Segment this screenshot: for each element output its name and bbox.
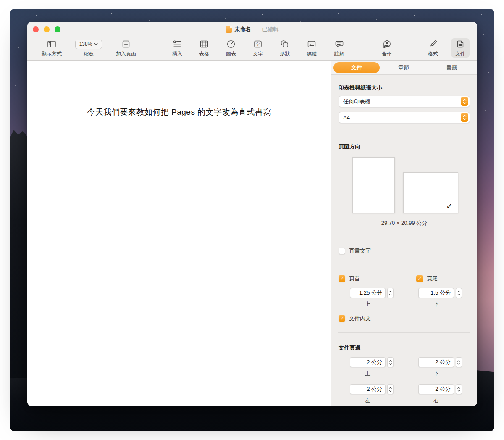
svg-text:字: 字 bbox=[256, 42, 260, 47]
toolbar-button-zoom[interactable]: 138% 縮放 bbox=[71, 39, 106, 58]
document-icon bbox=[455, 39, 465, 50]
margin-top-input[interactable]: 2 公分 bbox=[350, 357, 386, 367]
toolbar-button-collaborate[interactable]: 合作 bbox=[374, 39, 399, 58]
margin-right-stepper[interactable] bbox=[456, 384, 462, 394]
document-body-row[interactable]: ✓ 文件內文 bbox=[339, 315, 470, 322]
toolbar-button-document[interactable]: 文件 bbox=[451, 38, 470, 58]
toolbar-label: 文件 bbox=[455, 50, 465, 58]
margins-row-bottom: 2 公分 左 2 公分 bbox=[339, 384, 470, 404]
orientation-landscape-option[interactable]: ✓ bbox=[403, 172, 458, 213]
format-brush-icon bbox=[428, 39, 438, 50]
toolbar-button-table[interactable]: 表格 bbox=[194, 39, 215, 58]
check-icon: ✓ bbox=[340, 316, 344, 321]
tab-bookmark[interactable]: 書籤 bbox=[428, 64, 476, 71]
margin-bottom-input[interactable]: 2 公分 bbox=[418, 357, 454, 367]
toolbar-button-view[interactable]: 顯示方式 bbox=[37, 39, 67, 58]
page-size-text: 29.70 × 20.99 公分 bbox=[339, 219, 470, 227]
margin-left-stepper[interactable] bbox=[387, 384, 394, 394]
margins-section-heading: 文件頁邊 bbox=[339, 344, 470, 352]
vertical-text-label: 直書文字 bbox=[349, 247, 371, 255]
section-divider bbox=[338, 264, 470, 264]
header-position-label: 上 bbox=[350, 300, 386, 308]
footer-value-input[interactable]: 1.5 公分 bbox=[418, 288, 454, 298]
orientation-options: ✓ bbox=[352, 157, 470, 213]
document-proxy-icon[interactable] bbox=[226, 26, 232, 33]
comment-icon bbox=[334, 39, 344, 50]
toolbar-button-shape[interactable]: 形狀 bbox=[274, 39, 295, 58]
toolbar-label: 插入 bbox=[172, 50, 182, 58]
toolbar-label: 加入頁面 bbox=[116, 50, 136, 58]
printer-section-heading: 印表機與紙張大小 bbox=[339, 84, 470, 92]
toolbar-label: 表格 bbox=[199, 50, 209, 58]
edited-status: 已編輯 bbox=[262, 26, 279, 33]
margin-left-input[interactable]: 2 公分 bbox=[350, 384, 386, 394]
margin-top-label: 上 bbox=[350, 370, 386, 377]
toolbar-label: 合作 bbox=[382, 50, 392, 58]
header-row[interactable]: ✓ 頁首 bbox=[339, 275, 407, 282]
section-divider bbox=[338, 332, 470, 333]
pie-chart-icon bbox=[226, 39, 236, 50]
toolbar-button-format[interactable]: 格式 bbox=[423, 39, 444, 58]
sidebar-view-icon bbox=[47, 39, 57, 50]
section-divider bbox=[338, 137, 470, 137]
margin-bottom-column: 2 公分 下 bbox=[407, 357, 470, 377]
check-icon: ✓ bbox=[417, 276, 421, 282]
margin-right-input[interactable]: 2 公分 bbox=[418, 384, 454, 394]
toolbar-button-add-page[interactable]: 加入頁面 bbox=[110, 39, 142, 58]
toolbar-label: 形狀 bbox=[280, 50, 290, 58]
printer-select[interactable]: 任何印表機 bbox=[339, 96, 470, 107]
header-value-input[interactable]: 1.25 公分 bbox=[350, 288, 386, 298]
footer-stepper[interactable] bbox=[456, 288, 462, 298]
margin-right-label: 右 bbox=[418, 397, 454, 404]
vertical-text-checkbox[interactable] bbox=[339, 248, 345, 254]
header-footer-section: ✓ 頁首 1.25 公分 上 bbox=[339, 275, 470, 308]
margin-bottom-field: 2 公分 bbox=[418, 357, 470, 367]
toolbar-button-text[interactable]: 字 文字 bbox=[247, 39, 268, 58]
header-label: 頁首 bbox=[349, 275, 360, 282]
tab-document[interactable]: 文件 bbox=[333, 62, 380, 73]
paper-size-select[interactable]: A4 bbox=[339, 112, 470, 123]
toolbar-button-comment[interactable]: 註解 bbox=[329, 39, 350, 58]
tab-section[interactable]: 章節 bbox=[380, 64, 428, 71]
main-area: 今天我們要來教如何把 Pages 的文字改為直式書寫 文件 章節 書籤 印表機與… bbox=[27, 61, 477, 406]
document-panel: 印表機與紙張大小 任何印表機 A4 bbox=[331, 75, 477, 406]
document-canvas[interactable]: 今天我們要來教如何把 Pages 的文字改為直式書寫 bbox=[27, 61, 331, 406]
header-stepper[interactable] bbox=[387, 288, 394, 298]
document-body-checkbox[interactable]: ✓ bbox=[339, 315, 345, 322]
header-checkbox[interactable]: ✓ bbox=[339, 275, 345, 282]
text-box-icon: 字 bbox=[253, 39, 263, 50]
vertical-text-row[interactable]: 直書文字 bbox=[339, 247, 470, 255]
toolbar-button-chart[interactable]: 圖表 bbox=[220, 39, 242, 58]
table-icon bbox=[199, 39, 209, 50]
titlebar[interactable]: 未命名 — 已編輯 bbox=[27, 22, 477, 37]
margin-bottom-stepper[interactable] bbox=[456, 357, 462, 367]
document-body-label: 文件內文 bbox=[349, 315, 371, 322]
margin-left-label: 左 bbox=[350, 397, 386, 404]
add-page-icon bbox=[121, 39, 131, 50]
paper-size-select-value: A4 bbox=[343, 114, 350, 121]
header-field: 1.25 公分 bbox=[350, 288, 407, 298]
printer-select-value: 任何印表機 bbox=[343, 98, 370, 105]
selected-check-icon: ✓ bbox=[446, 201, 453, 211]
media-icon bbox=[307, 39, 317, 50]
toolbar-button-insert[interactable]: 插入 bbox=[167, 39, 188, 58]
header-column: ✓ 頁首 1.25 公分 上 bbox=[339, 275, 407, 308]
document-inspector-sidebar: 文件 章節 書籤 印表機與紙張大小 任何印表機 bbox=[331, 61, 477, 406]
margin-top-stepper[interactable] bbox=[387, 357, 394, 367]
check-icon: ✓ bbox=[340, 276, 344, 282]
zoom-level-value: 138% bbox=[79, 41, 92, 47]
toolbar-label: 註解 bbox=[334, 50, 344, 58]
document-text-line[interactable]: 今天我們要來教如何把 Pages 的文字改為直式書寫 bbox=[27, 107, 331, 118]
footer-checkbox[interactable]: ✓ bbox=[416, 275, 423, 282]
select-arrows-icon bbox=[461, 113, 468, 122]
toolbar-label: 顯示方式 bbox=[42, 50, 62, 58]
chevron-down-icon bbox=[94, 43, 98, 46]
footer-row[interactable]: ✓ 頁尾 bbox=[416, 275, 470, 282]
desktop: 未命名 — 已編輯 顯示方式 138% bbox=[0, 0, 504, 440]
orientation-portrait-option[interactable] bbox=[352, 157, 395, 213]
margin-top-column: 2 公分 上 bbox=[339, 357, 407, 377]
footer-field: 1.5 公分 bbox=[418, 288, 470, 298]
zoom-level-button[interactable]: 138% bbox=[75, 40, 102, 49]
margin-top-field: 2 公分 bbox=[350, 357, 407, 367]
toolbar-button-media[interactable]: 媒體 bbox=[301, 39, 322, 58]
